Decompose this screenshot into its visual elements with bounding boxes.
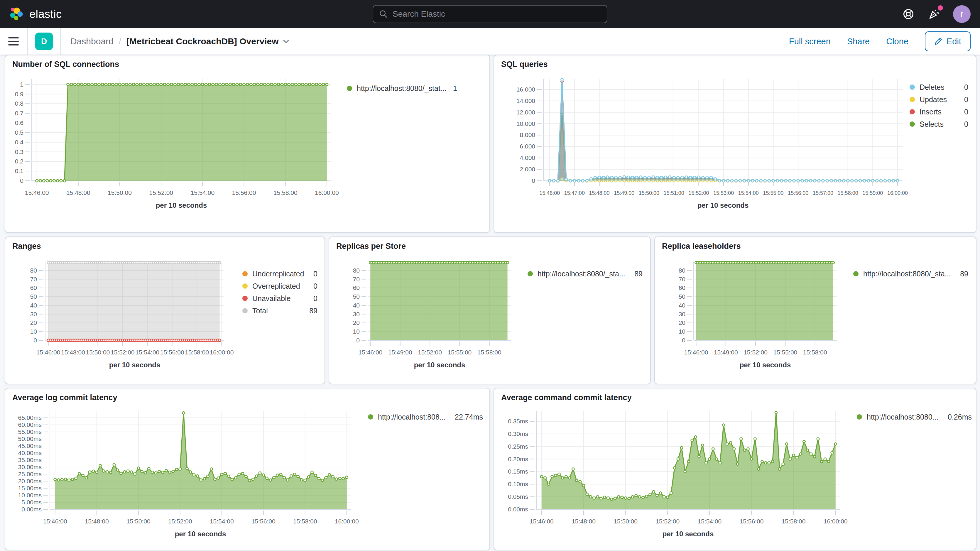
legend-item[interactable]: Deletes0: [910, 81, 968, 93]
legend-item[interactable]: http://localhost:8080/_sta...89: [853, 268, 968, 280]
edit-button[interactable]: Edit: [925, 32, 970, 51]
svg-text:15:49:00: 15:49:00: [614, 190, 634, 196]
legend-label: http://localhost:8080/_stat...: [357, 84, 448, 93]
chart-legend: Deletes0Updates0Inserts0Selects0: [910, 81, 968, 130]
legend-item[interactable]: Updates0: [910, 93, 968, 106]
elastic-brand[interactable]: elastic: [8, 6, 62, 22]
help-button[interactable]: [901, 7, 915, 21]
svg-text:70: 70: [30, 276, 37, 283]
svg-text:0.00ms: 0.00ms: [508, 506, 528, 513]
svg-text:10: 10: [30, 328, 37, 335]
news-button[interactable]: [927, 7, 941, 21]
svg-text:40.00ms: 40.00ms: [18, 449, 42, 456]
legend-value: 0: [964, 108, 968, 116]
svg-text:6,000: 6,000: [520, 143, 535, 150]
svg-text:15:50:00: 15:50:00: [86, 349, 110, 355]
svg-text:0: 0: [532, 177, 535, 184]
svg-text:80: 80: [353, 267, 360, 274]
area-chart-replicas-per-store[interactable]: 8070605040302010015:46:0015:49:0015:52:0…: [332, 257, 525, 378]
legend-item[interactable]: Total89: [242, 304, 318, 317]
dashboard-badge[interactable]: D: [35, 33, 53, 50]
svg-text:20: 20: [30, 319, 37, 326]
chart-legend: Underreplicated0Overreplicated0Unavailab…: [242, 268, 318, 317]
svg-text:15:54:00: 15:54:00: [191, 189, 215, 196]
legend-item[interactable]: http://localhost:808...22.74ms: [368, 411, 483, 423]
svg-text:16,000: 16,000: [516, 86, 535, 93]
svg-text:per 10 seconds: per 10 seconds: [697, 201, 749, 209]
panel-sql-connections: Number of SQL connections 10.90.80.70.60…: [5, 54, 490, 233]
svg-text:15:50:00: 15:50:00: [614, 518, 638, 525]
search-input[interactable]: Search Elastic: [372, 5, 608, 23]
panel-title: Average log commit latency: [12, 393, 118, 402]
area-chart-replica-leaseholders[interactable]: 8070605040302010015:46:0015:49:0015:52:0…: [657, 257, 851, 378]
svg-text:30: 30: [353, 311, 360, 317]
svg-text:15:55:00: 15:55:00: [773, 349, 797, 355]
share-button[interactable]: Share: [847, 37, 870, 46]
legend-value: 1: [453, 84, 457, 93]
legend-label: Unavailable: [252, 294, 309, 303]
svg-text:80: 80: [679, 267, 686, 274]
legend-label: Deletes: [920, 83, 959, 92]
panel-title: Replicas per Store: [336, 242, 406, 251]
svg-text:40: 40: [30, 302, 37, 309]
svg-text:0.5: 0.5: [15, 129, 24, 136]
area-chart-command-commit-latency[interactable]: 0.35ms0.30ms0.25ms0.20ms0.15ms0.10ms0.05…: [499, 406, 854, 547]
toolbar: D Dashboard / [Metricbeat CockroachDB] O…: [0, 28, 980, 54]
svg-text:15:52:00: 15:52:00: [418, 349, 442, 355]
svg-text:15:47:00: 15:47:00: [564, 190, 585, 196]
svg-text:15:52:00: 15:52:00: [168, 518, 192, 525]
svg-text:30: 30: [679, 311, 686, 317]
user-avatar[interactable]: r: [953, 5, 970, 23]
area-chart-sql-queries[interactable]: 16,00014,00012,00010,0008,0006,0004,0002…: [499, 75, 919, 216]
svg-text:60.00ms: 60.00ms: [18, 421, 42, 428]
legend-value: 0: [313, 294, 318, 303]
legend-item[interactable]: Unavailable0: [242, 292, 318, 304]
svg-text:60: 60: [679, 284, 686, 291]
area-chart-ranges[interactable]: 8070605040302010015:46:0015:48:0015:50:0…: [8, 257, 242, 378]
svg-text:15:54:00: 15:54:00: [738, 190, 759, 196]
legend-value: 0: [964, 120, 968, 129]
svg-text:50: 50: [353, 293, 360, 300]
svg-text:15:50:00: 15:50:00: [639, 190, 659, 196]
area-chart-log-commit-latency[interactable]: 65.00ms60.00ms55.00ms50.00ms45.00ms40.00…: [10, 406, 366, 547]
full-screen-button[interactable]: Full screen: [789, 37, 830, 46]
breadcrumb-separator: /: [119, 37, 121, 46]
area-chart-sql-connections[interactable]: 10.90.80.70.60.50.40.30.20.1015:46:0015:…: [10, 75, 377, 216]
svg-text:20: 20: [679, 319, 686, 326]
svg-text:15:46:00: 15:46:00: [37, 349, 60, 355]
legend-item[interactable]: Inserts0: [910, 106, 968, 118]
search-placeholder: Search Elastic: [393, 10, 445, 19]
svg-text:per 10 seconds: per 10 seconds: [175, 530, 226, 538]
svg-text:0.05ms: 0.05ms: [508, 493, 528, 500]
panel-sql-queries: SQL queries 16,00014,00012,00010,0008,00…: [493, 54, 977, 233]
nav-menu-button[interactable]: [0, 28, 27, 54]
breadcrumb: Dashboard / [Metricbeat CockroachDB] Ove…: [70, 37, 289, 46]
chart-legend: http://localhost:808...22.74ms: [368, 411, 483, 423]
legend-item[interactable]: http://localhost:8080/_stat...1: [347, 82, 457, 94]
dashboard-grid: Number of SQL connections 10.90.80.70.60…: [0, 54, 980, 551]
clone-button[interactable]: Clone: [886, 37, 908, 46]
legend-item[interactable]: http://localhost:8080/_sta...89: [528, 268, 643, 280]
svg-text:0.25ms: 0.25ms: [508, 443, 528, 450]
legend-item[interactable]: Overreplicated0: [242, 280, 318, 292]
svg-text:0.15ms: 0.15ms: [508, 468, 528, 475]
breadcrumb-dashboard-link[interactable]: Dashboard: [70, 37, 113, 46]
svg-text:55.00ms: 55.00ms: [18, 428, 42, 435]
svg-text:0.20ms: 0.20ms: [508, 455, 528, 462]
legend-item[interactable]: Selects0: [910, 118, 968, 130]
pencil-icon: [934, 37, 942, 46]
legend-item[interactable]: http://localhost:8080...0.26ms: [857, 411, 972, 423]
svg-text:45.00ms: 45.00ms: [18, 443, 42, 449]
svg-text:35.00ms: 35.00ms: [18, 457, 42, 463]
legend-item[interactable]: Underreplicated0: [242, 268, 318, 280]
svg-text:16:00:00: 16:00:00: [887, 190, 908, 196]
chart-legend: http://localhost:8080...0.26ms: [857, 411, 972, 423]
chevron-down-icon[interactable]: [283, 39, 289, 43]
svg-text:0.35ms: 0.35ms: [508, 418, 528, 425]
brand-text: elastic: [29, 8, 62, 21]
legend-label: Selects: [920, 120, 959, 129]
svg-text:per 10 seconds: per 10 seconds: [109, 361, 161, 369]
svg-text:15:46:00: 15:46:00: [539, 190, 560, 196]
svg-text:15:49:00: 15:49:00: [388, 349, 412, 355]
svg-text:0.00ms: 0.00ms: [21, 506, 42, 513]
